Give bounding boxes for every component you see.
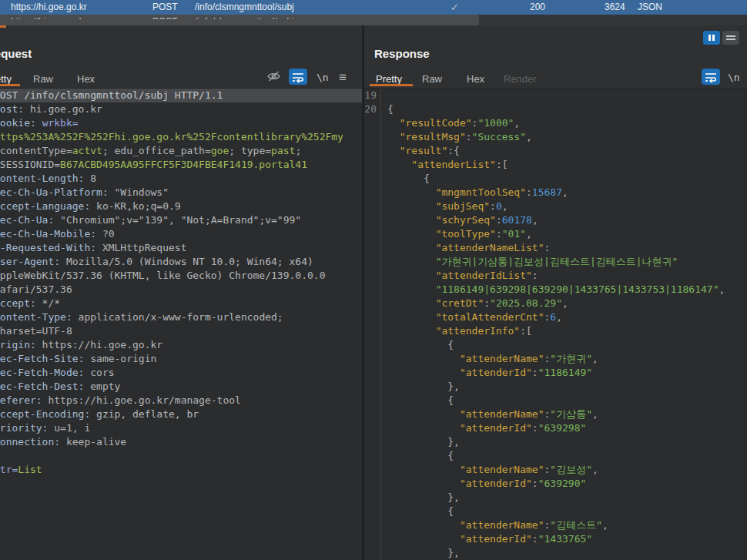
pause-button[interactable] [703, 31, 720, 45]
code-line: Sec-Ch-Ua-Mobile: ?0 [0, 227, 362, 241]
code-line: Accept: */* [0, 297, 362, 310]
check-icon: ✓ [451, 2, 459, 13]
code-line: charset=UTF-8 [0, 324, 362, 338]
tab-raw[interactable]: Raw [422, 73, 442, 85]
code-line: JSESSIONID=B67ACBD495AA95FFCF5F3D4FBE4F1… [0, 158, 362, 172]
code-line: "attenderId":"1186149" [364, 366, 747, 380]
code-line: X-Requested-With: XMLHttpRequest [0, 241, 362, 255]
code-line: "가현귀|기삼통|김보성|김테스트|김테스트|나현귀" [364, 255, 747, 269]
selected-tab-underline [370, 84, 413, 86]
code-line: "resultCode":"1000", [364, 116, 747, 130]
code-line: "mngmntToolSeq":15687, [364, 186, 747, 200]
code-line: Host: hi.goe.go.kr [0, 102, 362, 116]
request-panel-header: Request Pretty Raw Hex \n ≡ [0, 25, 362, 89]
code-line: "attenderInfo":[ [364, 324, 747, 338]
soft-wrap-toggle-icon[interactable] [702, 69, 720, 85]
code-line: "attenderName":"김보성", [364, 463, 747, 477]
code-line: User-Agent: Mozilla/5.0 (Windows NT 10.0… [0, 255, 362, 269]
clipped-method: POST [152, 16, 178, 19]
code-line [0, 449, 362, 463]
tab-pretty[interactable]: Pretty [0, 73, 12, 85]
check-icon: ✓ [451, 16, 459, 19]
editor-menu-icon[interactable]: ≡ [339, 70, 347, 86]
code-line: { [364, 338, 747, 352]
code-line: "1186149|639298|639290|1433765|1433753|1… [364, 283, 747, 297]
panel-menu-button[interactable] [722, 31, 739, 45]
code-line: { [364, 394, 747, 407]
code-line: }, [364, 435, 747, 449]
code-line: "attenderNameList": [364, 241, 747, 255]
code-line: "resultMsg":"Success", [364, 130, 747, 144]
response-panel-header: Response Pretty Raw Hex Render \n [364, 25, 747, 89]
soft-wrap-toggle-icon[interactable] [289, 69, 307, 85]
code-line: Content-Length: 8 [0, 172, 362, 186]
code-line: str=List [0, 463, 362, 477]
response-code: 1920{ "resultCode":"1000", "resultMsg":"… [364, 89, 747, 560]
history-url: https://hi.goe.go.kr [11, 2, 87, 12]
clipped-tab-underline [0, 25, 6, 28]
response-editor[interactable]: 1920{ "resultCode":"1000", "resultMsg":"… [364, 89, 747, 560]
history-status: 200 [530, 2, 545, 12]
code-line: Cookie: wrkbk= [0, 116, 362, 130]
code-line: Sec-Ch-Ua-Platform: "Windows" [0, 186, 362, 200]
selected-tab-underline [0, 84, 20, 86]
code-line: Sec-Fetch-Site: same-origin [0, 352, 362, 366]
line-number: 19 [364, 89, 377, 102]
code-line: https%253A%252F%252Fhi.goe.go.kr%252Fcon… [0, 130, 362, 144]
code-line: Content-Type: application/x-www-form-url… [0, 310, 362, 324]
tab-hex[interactable]: Hex [77, 73, 95, 85]
code-line: "attenderId":"639298" [364, 421, 747, 435]
code-line: Accept-Language: ko-KR,ko;q=0.9 [0, 200, 362, 213]
code-line: "result":{ [364, 144, 747, 158]
newline-toggle[interactable]: \n [317, 72, 329, 83]
code-line: "attenderId":"639290" [364, 477, 747, 491]
code-line: "schyrSeq":60178, [364, 213, 747, 227]
request-code: POST /info/clsmngmnttool/subj HTTP/1.1Ho… [0, 89, 362, 477]
code-line: }, [364, 380, 747, 394]
code-line: { [364, 505, 747, 518]
code-line: 19 [364, 89, 747, 102]
code-line: "subjSeq":0, [364, 200, 747, 213]
code-line: Origin: https://hi.goe.go.kr [0, 338, 362, 352]
code-line: "totalAttenderCnt":6, [364, 310, 747, 324]
code-line: contentType=actvt; edu_office_path=goe; … [0, 144, 362, 158]
code-line: "attenderName":"김테스트", [364, 518, 747, 532]
code-line: Sec-Ch-Ua: "Chromium";v="139", "Not;A=Br… [0, 213, 362, 227]
code-line: Accept-Encoding: gzip, deflate, br [0, 407, 362, 421]
tab-render: Render [504, 73, 537, 85]
hide-eye-icon[interactable] [266, 70, 281, 82]
request-title: Request [0, 47, 32, 60]
history-length: 3624 [605, 2, 625, 12]
clipped-text-strip: https://hi.goe.go.kr POST /info/clsmngmn… [0, 15, 479, 19]
code-line: "cretDt":"2025.08.29", [364, 297, 747, 310]
response-title: Response [374, 47, 430, 60]
history-clipped-row[interactable]: https://hi.goe.go.kr POST /info/clsmngmn… [0, 15, 747, 25]
tab-pretty[interactable]: Pretty [376, 73, 402, 85]
history-selected-row[interactable]: https://hi.goe.go.kr POST /info/clsmngmn… [0, 0, 747, 15]
code-line: Safari/537.36 [0, 283, 362, 297]
code-line: }, [364, 491, 747, 505]
code-line: Priority: u=1, i [0, 421, 362, 435]
code-line: Sec-Fetch-Dest: empty [0, 380, 362, 394]
code-line: Sec-Fetch-Mode: cors [0, 366, 362, 380]
code-line: Referer: https://hi.goe.go.kr/manage-too… [0, 394, 362, 407]
code-line: { [364, 449, 747, 463]
request-panel: Request Pretty Raw Hex \n ≡ POST /info/c… [0, 25, 362, 560]
code-line: "attenderId":"1433765" [364, 532, 747, 546]
code-line: "attenderList":[ [364, 158, 747, 172]
code-line: "attenderIdList": [364, 269, 747, 283]
request-editor[interactable]: POST /info/clsmngmnttool/subj HTTP/1.1Ho… [0, 89, 362, 560]
code-line: "toolType":"01", [364, 227, 747, 241]
newline-toggle[interactable]: \n [728, 72, 740, 83]
tab-hex[interactable]: Hex [467, 73, 484, 85]
line-number: 20 [364, 102, 377, 116]
code-line: 20{ [364, 102, 747, 116]
code-line: "attenderName":"가현귀", [364, 352, 747, 366]
code-line: "attenderName":"기삼통", [364, 407, 747, 421]
history-mime: JSON [638, 2, 662, 12]
tab-raw[interactable]: Raw [33, 73, 53, 85]
history-method: POST [152, 2, 178, 12]
code-line: AppleWebKit/537.36 (KHTML, like Gecko) C… [0, 269, 362, 283]
code-line: }, [364, 546, 747, 560]
code-line: POST /info/clsmngmnttool/subj HTTP/1.1 [0, 89, 362, 102]
